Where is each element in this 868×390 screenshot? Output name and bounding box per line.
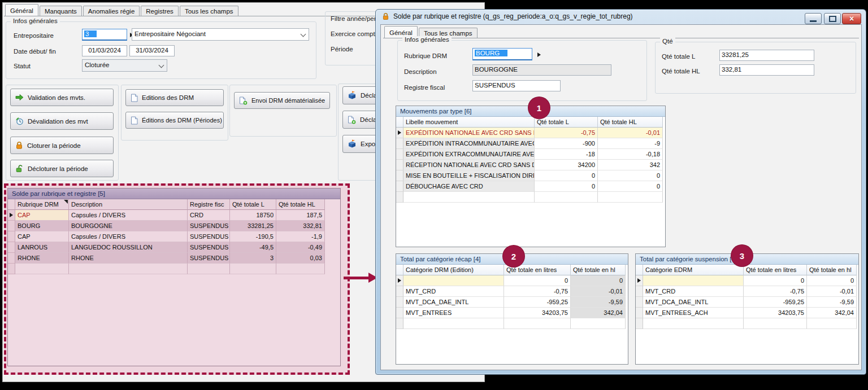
table-row[interactable]: MISE EN BOUTEILLE + FISCALISATION DIRECT… xyxy=(396,170,665,181)
row-selector[interactable] xyxy=(8,264,15,274)
column-header-hl[interactable]: Qté totale en hl xyxy=(807,265,857,275)
table-row-empty[interactable] xyxy=(396,192,665,203)
qte-totale-hl-input[interactable]: 332,81 xyxy=(719,64,814,76)
cell[interactable]: LANGUEDOC ROUSSILLON xyxy=(69,242,188,253)
mouvements-table[interactable]: Mouvements par type [6] Libelle mouvemen… xyxy=(396,106,666,247)
cell[interactable]: -0,01 xyxy=(571,286,626,297)
column-header-categorie[interactable]: Catégorie EDRM xyxy=(643,265,744,275)
row-selector[interactable] xyxy=(396,192,403,203)
row-selector[interactable] xyxy=(8,210,15,221)
table-row[interactable]: DÉBOUCHAGE AVEC CRD 0 0 xyxy=(396,181,665,192)
cell[interactable]: SUSPENDUS xyxy=(188,253,230,264)
cell[interactable]: 332,81 xyxy=(276,221,325,231)
column-header-qte-l[interactable]: Qté totale L xyxy=(230,199,276,210)
row-selector[interactable] xyxy=(396,286,403,297)
cell[interactable]: -49,5 xyxy=(230,242,276,253)
column-header-categorie[interactable]: Catégorie DRM (Edition) xyxy=(403,265,504,275)
row-selector[interactable] xyxy=(396,318,403,329)
devalidation-mvt-button[interactable]: Dévalidation des mvt xyxy=(10,112,114,130)
cell[interactable]: 342,04 xyxy=(807,308,857,318)
column-header-qte-hl[interactable]: Qté totale HL xyxy=(276,199,325,210)
cell[interactable]: -0,18 xyxy=(598,149,663,160)
cell[interactable]: MVT_DCA_DAE_INTL xyxy=(403,297,504,308)
date-start-input[interactable]: 01/03/2024 xyxy=(82,45,127,56)
row-selector[interactable] xyxy=(8,221,15,231)
cell[interactable]: -9,59 xyxy=(571,297,626,308)
row-selector[interactable] xyxy=(636,297,643,308)
cell[interactable]: -0,75 xyxy=(535,128,598,138)
cell[interactable] xyxy=(403,275,504,286)
cell[interactable]: -190,5 xyxy=(230,231,276,242)
cell[interactable] xyxy=(571,318,626,329)
table-row[interactable]: CAP Capsules / DIVERS CRD 18750 187,5 xyxy=(8,210,340,221)
cell[interactable]: 0 xyxy=(504,275,571,286)
cell[interactable] xyxy=(188,264,230,274)
row-selector[interactable] xyxy=(8,253,15,264)
table-row[interactable]: EXPÉDITION INTRACOMMUNAUTAIRE AVEC DAE -… xyxy=(396,138,665,149)
row-selector[interactable] xyxy=(396,170,403,181)
column-header-hl[interactable]: Qté totale en hl xyxy=(571,265,626,275)
cell[interactable]: 34203,75 xyxy=(744,308,807,318)
cell[interactable]: 0 xyxy=(535,170,598,181)
cell[interactable]: EXPÉDITION INTRACOMMUNAUTAIRE AVEC DAE xyxy=(403,138,535,149)
column-header-description[interactable]: Description xyxy=(69,199,188,210)
row-selector[interactable] xyxy=(396,138,403,149)
entrepositaire-name-combo[interactable]: Entrepositaire Négociant xyxy=(132,28,309,41)
row-selector[interactable] xyxy=(396,160,403,170)
table-row-empty[interactable] xyxy=(8,264,340,274)
row-selector[interactable] xyxy=(396,149,403,160)
cell[interactable] xyxy=(403,318,504,329)
table-row[interactable]: RHONE RHONE SUSPENDUS 3 0,03 xyxy=(8,253,340,264)
entrepositaire-input[interactable]: 3 xyxy=(82,29,127,41)
close-button[interactable]: × xyxy=(842,13,861,24)
cell[interactable]: SUSPENDUS xyxy=(188,242,230,253)
cell[interactable]: RHONE xyxy=(15,253,69,264)
cell[interactable] xyxy=(807,318,857,329)
suspension-table[interactable]: Total par catégorie suspension [4] Catég… xyxy=(635,253,859,365)
rubrique-next-button[interactable] xyxy=(536,51,542,58)
cell[interactable]: 34200 xyxy=(535,160,598,170)
cell[interactable] xyxy=(744,318,807,329)
row-selector[interactable] xyxy=(396,275,403,286)
cell[interactable]: 0,03 xyxy=(276,253,325,264)
table-row[interactable]: 0 0 xyxy=(636,275,858,286)
cell[interactable]: -9,59 xyxy=(807,297,857,308)
table-row[interactable]: CAP Capsules / DIVERS SUSPENDUS -190,5 -… xyxy=(8,231,340,242)
column-header-libelle[interactable]: Libelle mouvement xyxy=(403,117,535,128)
cell[interactable]: RHONE xyxy=(69,253,188,264)
cell[interactable]: 187,5 xyxy=(276,210,325,221)
minimize-button[interactable] xyxy=(805,13,822,24)
registre-fiscal-input[interactable]: SUSPENDUS xyxy=(472,80,561,91)
cell[interactable]: CRD xyxy=(188,210,230,221)
cell[interactable]: CAP xyxy=(15,231,69,242)
cell[interactable]: LANROUS xyxy=(15,242,69,253)
table-row[interactable]: BOURG BOURGOGNE SUSPENDUS 33281,25 332,8… xyxy=(8,221,340,231)
statut-combo[interactable]: Cloturée xyxy=(82,59,167,72)
tab-registres[interactable]: Registres xyxy=(141,6,179,16)
cell[interactable]: 0 xyxy=(598,170,663,181)
cell[interactable] xyxy=(15,264,69,274)
cell[interactable] xyxy=(403,192,535,203)
cell[interactable]: 0 xyxy=(535,181,598,192)
column-header-rubrique[interactable]: Rubrique DRM xyxy=(15,199,69,210)
dialog-title-bar[interactable]: Solde par rubrique et registre (q_gs_reg… xyxy=(382,12,633,20)
row-selector[interactable] xyxy=(636,308,643,318)
cell[interactable] xyxy=(276,264,325,274)
row-selector[interactable] xyxy=(636,275,643,286)
cell[interactable]: MISE EN BOUTEILLE + FISCALISATION DIRECT… xyxy=(403,170,535,181)
cell[interactable]: Capsules / DIVERS xyxy=(69,210,188,221)
tab-general[interactable]: Général xyxy=(5,4,38,16)
cell[interactable] xyxy=(230,264,276,274)
cell[interactable]: RÉCEPTION NATIONALE AVEC CRD SANS DAE xyxy=(403,160,535,170)
cell[interactable]: BOURGOGNE xyxy=(69,221,188,231)
table-row[interactable]: MVT_DCA_DAE_INTL -959,25 -9,59 xyxy=(396,297,628,308)
table-row[interactable]: MVT_ENTREES_ACH 34203,75 342,04 xyxy=(636,308,858,318)
qte-totale-l-input[interactable]: 33281,25 xyxy=(719,50,814,61)
date-end-input[interactable]: 31/03/2024 xyxy=(129,45,175,56)
solde-table[interactable]: Solde par rubrique et registre [5] Rubri… xyxy=(7,188,341,366)
cell[interactable]: -9 xyxy=(598,138,663,149)
table-row[interactable]: MVT_ENTREES 34203,75 342,04 xyxy=(396,308,628,318)
cell[interactable]: MVT_DCA_DAE_INTL xyxy=(643,297,744,308)
tab-manquants[interactable]: Manquants xyxy=(40,6,82,16)
cell[interactable] xyxy=(643,275,744,286)
